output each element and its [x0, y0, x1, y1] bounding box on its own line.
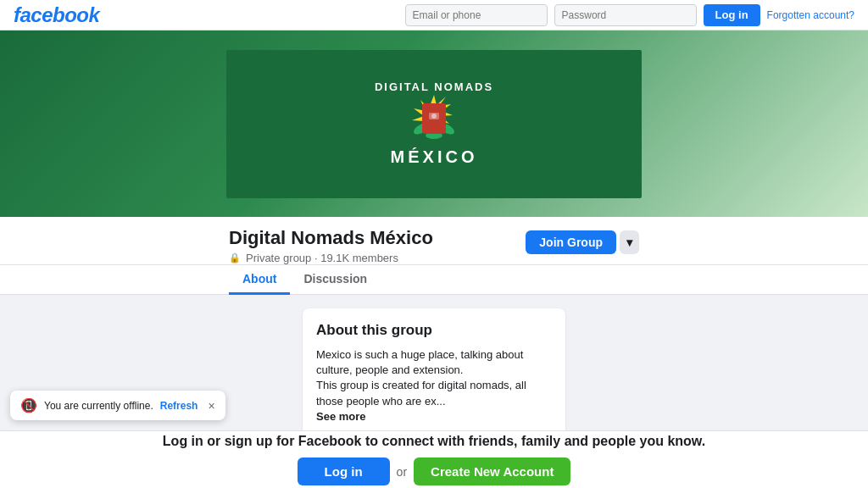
group-cover: Digital Nomads: [0, 30, 868, 217]
email-input[interactable]: [405, 4, 548, 26]
navbar: facebook Log in Forgotten account?: [0, 0, 868, 30]
group-title-section: Digital Nomads México 🔒 Private group · …: [229, 227, 526, 264]
offline-text: You are currently offline.: [44, 400, 153, 412]
logo-sun: [409, 93, 459, 144]
create-account-button[interactable]: Create New Account: [414, 458, 570, 485]
or-text: or: [397, 465, 407, 479]
about-description: Mexico is such a huge place, talking abo…: [316, 347, 552, 424]
group-dropdown-button[interactable]: ▾: [620, 230, 639, 254]
passport-icon: [422, 103, 446, 134]
password-input[interactable]: [554, 4, 697, 26]
navbar-right: Log in Forgotten account?: [405, 4, 854, 26]
group-meta-text: Private group · 19.1K members: [246, 252, 398, 264]
see-more-1[interactable]: See more: [316, 410, 366, 423]
login-bottom-button[interactable]: Log in: [298, 458, 390, 485]
about-card-title: About this group: [316, 322, 552, 339]
group-actions: Join Group ▾: [526, 230, 639, 254]
tab-about[interactable]: About: [229, 265, 290, 295]
lock-icon: 🔒: [229, 252, 241, 263]
group-logo: Digital Nomads: [375, 80, 493, 167]
group-info-bar: Digital Nomads México 🔒 Private group · …: [0, 217, 868, 265]
logo-text-bottom: MÉXICO: [391, 147, 478, 167]
forgotten-account-link[interactable]: Forgotten account?: [767, 9, 854, 21]
facebook-logo: facebook: [14, 3, 99, 27]
join-group-button[interactable]: Join Group: [526, 230, 616, 254]
tab-discussion[interactable]: Discussion: [290, 265, 381, 295]
cover-image: Digital Nomads: [226, 50, 642, 198]
bottom-bar: Log in or sign up for Facebook to connec…: [0, 430, 868, 488]
group-meta: 🔒 Private group · 19.1K members: [229, 252, 526, 264]
about-desc-line1: Mexico is such a huge place, talking abo…: [316, 348, 523, 376]
close-toast-button[interactable]: ×: [208, 399, 214, 413]
wifi-off-icon: 📵: [20, 397, 37, 413]
bottom-bar-actions: Log in or Create New Account: [298, 458, 571, 485]
offline-toast: 📵 You are currently offline. Refresh ×: [10, 391, 225, 420]
svg-point-6: [431, 114, 437, 119]
group-title: Digital Nomads México: [229, 227, 526, 249]
bottom-bar-text: Log in or sign up for Facebook to connec…: [163, 434, 705, 449]
tabs-bar: About Discussion: [0, 265, 868, 295]
refresh-link[interactable]: Refresh: [160, 400, 198, 412]
login-button[interactable]: Log in: [704, 4, 760, 26]
about-desc-line2: This group is created for digital nomads…: [316, 379, 526, 407]
logo-text-top: Digital Nomads: [375, 80, 493, 93]
passport-svg: [426, 109, 442, 128]
